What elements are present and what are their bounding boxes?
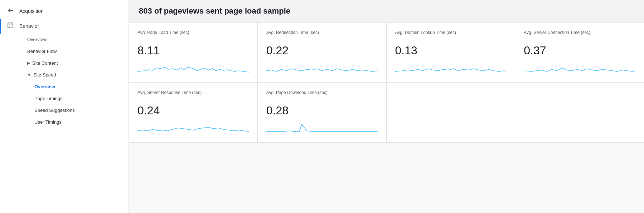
sidebar-item-behavior[interactable]: Behavior bbox=[0, 19, 129, 34]
metric-label-avg-server-connection: Avg. Server Connection Time (sec) bbox=[524, 30, 635, 41]
metric-avg-page-download: Avg. Page Download Time (sec) 0.28 bbox=[258, 83, 387, 143]
metric-value-avg-domain-lookup: 0.13 bbox=[395, 44, 507, 57]
metric-value-avg-server-response: 0.24 bbox=[137, 104, 249, 117]
overview-label: Overview bbox=[27, 37, 47, 42]
page-title: 803 of pageviews sent page load sample bbox=[139, 6, 634, 16]
metric-value-avg-redirection: 0.22 bbox=[266, 44, 378, 57]
speed-suggestions-label: Speed Suggestions bbox=[34, 108, 75, 113]
chart-avg-domain-lookup bbox=[395, 61, 507, 75]
site-content-arrow: ▶ bbox=[27, 61, 30, 65]
behavior-icon bbox=[7, 22, 14, 30]
sidebar-item-ss-overview[interactable]: Overview bbox=[27, 81, 129, 93]
metric-label-avg-domain-lookup: Avg. Domain Lookup Time (sec) bbox=[395, 30, 507, 41]
sidebar-item-speed-suggestions[interactable]: Speed Suggestions bbox=[27, 104, 129, 116]
metric-avg-server-connection: Avg. Server Connection Time (sec) 0.37 bbox=[515, 23, 644, 83]
metrics-row-1: Avg. Page Load Time (sec) 8.11 Avg. Redi… bbox=[129, 23, 644, 83]
metric-empty-2 bbox=[515, 83, 644, 143]
sidebar: Acquisition Behavior Overview Behavior F… bbox=[0, 0, 129, 213]
page-timings-label: Page Timings bbox=[34, 96, 63, 101]
metric-value-avg-page-load: 8.11 bbox=[137, 44, 249, 57]
metric-label-avg-page-download: Avg. Page Download Time (sec) bbox=[266, 90, 378, 101]
user-timings-label: User Timings bbox=[34, 119, 62, 125]
sidebar-item-site-speed[interactable]: ▼ Site Speed bbox=[20, 69, 129, 81]
svg-rect-2 bbox=[11, 23, 13, 25]
metric-empty-1 bbox=[387, 83, 515, 143]
chart-avg-page-load bbox=[137, 61, 249, 75]
metric-label-avg-server-response: Avg. Server Response Time (sec) bbox=[137, 90, 249, 101]
svg-rect-3 bbox=[8, 26, 10, 28]
metric-value-avg-server-connection: 0.37 bbox=[524, 44, 635, 57]
sidebar-item-behavior-flow[interactable]: Behavior Flow bbox=[20, 45, 129, 57]
chart-avg-server-connection bbox=[524, 61, 635, 75]
sidebar-item-site-content[interactable]: ▶ Site Content bbox=[20, 57, 129, 69]
acquisition-icon bbox=[7, 7, 14, 15]
sidebar-item-acquisition[interactable]: Acquisition bbox=[0, 4, 129, 19]
page-header: 803 of pageviews sent page load sample bbox=[129, 0, 644, 23]
site-content-label: Site Content bbox=[32, 60, 58, 66]
svg-rect-1 bbox=[8, 23, 10, 25]
site-speed-label: Site Speed bbox=[33, 72, 56, 78]
sidebar-item-page-timings[interactable]: Page Timings bbox=[27, 93, 129, 104]
sidebar-label-behavior: Behavior bbox=[19, 23, 39, 29]
metric-value-avg-page-download: 0.28 bbox=[266, 104, 378, 117]
metric-label-avg-page-load: Avg. Page Load Time (sec) bbox=[137, 30, 249, 41]
sidebar-label-acquisition: Acquisition bbox=[19, 8, 44, 14]
chart-avg-redirection bbox=[266, 61, 378, 75]
main-content: 803 of pageviews sent page load sample A… bbox=[129, 0, 644, 213]
ss-overview-label: Overview bbox=[34, 84, 55, 89]
sidebar-item-user-timings[interactable]: User Timings bbox=[27, 116, 129, 128]
metric-avg-server-response: Avg. Server Response Time (sec) 0.24 bbox=[129, 83, 258, 143]
metric-label-avg-redirection: Avg. Redirection Time (sec) bbox=[266, 30, 378, 41]
metrics-row-2: Avg. Server Response Time (sec) 0.24 Avg… bbox=[129, 83, 644, 143]
metrics-wrapper: Avg. Page Load Time (sec) 8.11 Avg. Redi… bbox=[129, 23, 644, 143]
chart-avg-page-download bbox=[266, 121, 378, 135]
chart-avg-server-response bbox=[137, 121, 249, 135]
site-speed-arrow: ▼ bbox=[27, 73, 31, 77]
metric-avg-redirection: Avg. Redirection Time (sec) 0.22 bbox=[258, 23, 387, 83]
sidebar-sub-behavior: Overview Behavior Flow ▶ Site Content ▼ … bbox=[0, 34, 129, 128]
behavior-flow-label: Behavior Flow bbox=[27, 49, 57, 54]
metric-avg-domain-lookup: Avg. Domain Lookup Time (sec) 0.13 bbox=[387, 23, 515, 83]
sidebar-item-overview[interactable]: Overview bbox=[20, 34, 129, 45]
metric-avg-page-load: Avg. Page Load Time (sec) 8.11 bbox=[129, 23, 258, 83]
